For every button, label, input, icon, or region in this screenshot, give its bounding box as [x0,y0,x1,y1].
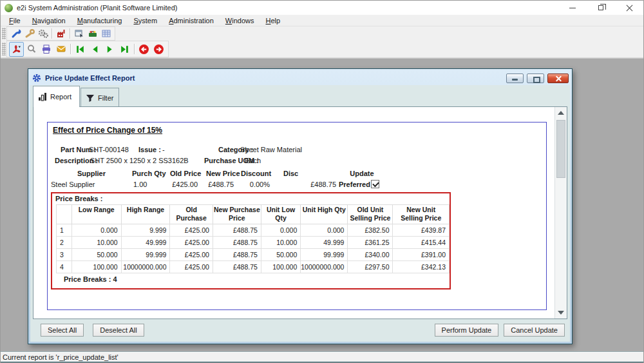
data-grid-icon[interactable] [99,27,113,40]
minimize-icon[interactable] [558,1,587,15]
report-page: Effect of Price Change of 15% Part Num :… [47,122,547,310]
print-icon[interactable] [39,42,53,57]
dialog-minimize-icon[interactable] [506,74,524,83]
nav-last-icon[interactable] [117,42,132,57]
price-breaks-table: Low Range High Range Old Purchase New Pu… [56,204,450,273]
toolbox-icon[interactable] [86,27,99,40]
mdi-client-area: Price Update Effect Report Report Filter [1,58,643,352]
table-row: 3 50.000 99.999 £425.00 £488.75 50.000 9… [57,249,450,261]
part-num-value: SHT-000148 [89,146,129,153]
vertical-scrollbar[interactable] [554,107,567,319]
price-breaks-label: Price Breaks : [55,195,102,202]
nav-next-icon[interactable] [102,42,117,57]
nav-first-icon[interactable] [73,42,88,57]
menu-navigation[interactable]: Navigation [26,15,71,26]
purch-qty-value: 1.00 [133,181,147,188]
scroll-down-icon[interactable] [558,311,564,315]
close-icon[interactable] [615,1,643,15]
description-value: SHT 2500 x 1250 x 2 SS3162B [90,157,189,164]
properties-window-icon[interactable] [72,27,86,40]
price-update-effect-report-dialog: Price Update Effect Report Report Filter [28,68,573,344]
tab-filter[interactable]: Filter [80,88,119,107]
table-row: 4 100.000 10000000.000 £425.00 £488.75 1… [57,261,450,273]
purch-qty-header: Purch Qty [132,170,166,177]
update-checkbox[interactable] [371,180,379,188]
toolbar-grip[interactable] [2,28,6,39]
app-window: e2i System Administration (Planit Softwa… [0,0,644,363]
category-value: Sheet Raw Material [240,146,302,153]
table-header-row: Low Range High Range Old Purchase New Pu… [57,205,450,224]
purchase-uom-value: Each [245,157,261,164]
discount-value: 0.00% [241,181,270,188]
dialog-maximize-icon[interactable] [527,74,544,83]
tab-report-label: Report [50,93,71,101]
wrench-icon[interactable] [9,27,23,40]
scroll-up-icon[interactable] [558,111,564,115]
menu-help[interactable]: Help [260,15,287,26]
dialog-window-controls [506,74,569,83]
price-breaks-count: Price Breaks : 4 [64,275,117,283]
supplier-value: Steel Supplier [51,181,95,188]
status-text: Current report is 'r_price_update_list' [3,353,118,361]
menu-bar: File Navigation Manufacturing System Adm… [1,15,643,26]
tab-filter-label: Filter [98,94,113,102]
pdf-export-icon[interactable] [9,42,24,57]
new-price-value: £488.75 [196,181,234,188]
report-viewport: Effect of Price Change of 15% Part Num :… [33,106,567,319]
table-row: 1 0.000 9.999 £425.00 £488.75 0.000 0.00… [57,224,450,237]
toolbar-grip[interactable] [2,43,6,56]
issue-label: Issue : [138,146,161,153]
dialog-body: Report Filter Effect of Price Change of … [30,85,570,342]
perform-update-button[interactable]: Perform Update [435,324,499,337]
app-title: e2i System Administration (Planit Softwa… [17,4,177,12]
app-titlebar: e2i System Administration (Planit Softwa… [1,1,643,15]
nav-back-icon[interactable] [137,42,151,57]
update-header: Update [343,170,381,177]
factory-icon[interactable] [54,27,68,40]
dialog-titlebar[interactable]: Price Update Effect Report [30,71,570,85]
issue-value: - [162,146,165,153]
app-icon [5,4,13,12]
bar-chart-icon [38,92,47,101]
gear-icon [32,74,41,83]
nav-previous-icon[interactable] [88,42,102,57]
scrollbar-thumb[interactable] [556,120,565,178]
dialog-title: Price Update Effect Report [45,74,135,82]
toolbar-main [1,26,643,41]
discount-header: Discount [241,170,271,177]
deselect-all-button[interactable]: Deselect All [93,324,144,337]
window-controls [558,1,643,15]
menu-windows[interactable]: Windows [220,15,260,26]
spanner-icon[interactable] [23,27,36,40]
menu-system[interactable]: System [128,15,163,26]
restore-icon[interactable] [587,1,615,15]
new-price-header: New Price [206,170,240,177]
filter-funnel-icon [86,93,95,103]
email-icon[interactable] [53,42,68,57]
menu-manufacturing[interactable]: Manufacturing [71,15,128,26]
preferred-label: Preferred [339,181,370,188]
disc-value: £488.75 [299,181,336,188]
print-preview-icon[interactable] [24,42,39,57]
old-price-header: Old Price [170,170,201,177]
table-row: 2 10.000 49.999 £425.00 £488.75 10.000 4… [57,237,450,249]
cancel-update-button[interactable]: Cancel Update [504,324,565,337]
supplier-header: Supplier [72,170,111,177]
nav-forward-icon[interactable] [151,42,166,57]
dialog-button-bar: Select All Deselect All Perform Update C… [30,319,570,342]
menu-administration[interactable]: Administration [163,15,220,26]
dialog-close-icon[interactable] [547,74,569,83]
price-breaks-section: Price Breaks : Low Range High Range Old … [51,192,451,289]
toolbar-report [1,41,643,58]
status-bar: Current report is 'r_price_update_list' [1,352,643,362]
old-price-value: £425.00 [160,181,198,188]
select-all-button[interactable]: Select All [41,324,84,337]
report-title: Effect of Price Change of 15% [53,126,162,135]
tab-report[interactable]: Report [33,86,80,107]
disc-header: Disc [283,170,298,177]
menu-file[interactable]: File [3,15,26,26]
gears-icon[interactable] [36,27,50,40]
